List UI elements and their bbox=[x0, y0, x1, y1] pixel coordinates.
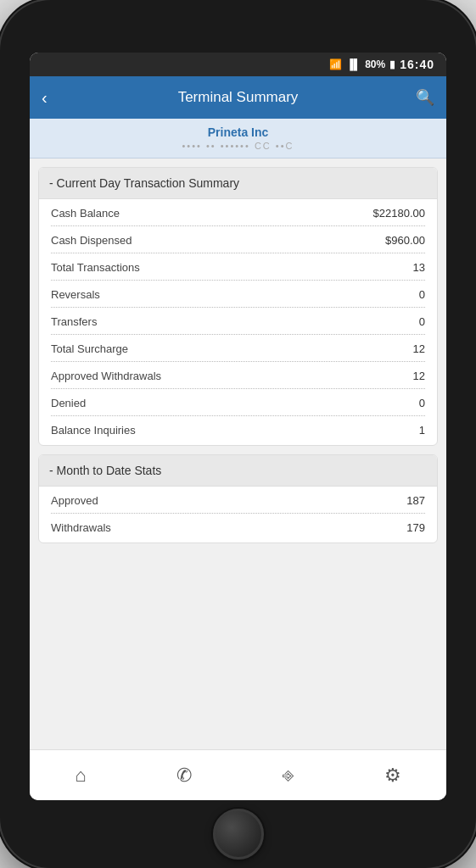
company-bar: Prineta Inc •••• •• •••••• CC ••C bbox=[30, 119, 446, 159]
battery-icon: ▮ bbox=[389, 58, 395, 70]
app-header: ‹ Terminal Summary 🔍 bbox=[30, 76, 446, 119]
phone-device: 📶 ▐▌ 80% ▮ 16:40 ‹ Terminal Summary 🔍 Pr… bbox=[0, 0, 476, 868]
nav-phone[interactable]: ✆ bbox=[160, 758, 209, 793]
nav-settings[interactable]: ⚙ bbox=[367, 758, 418, 793]
home-button[interactable] bbox=[213, 809, 264, 860]
phone-screen: 📶 ▐▌ 80% ▮ 16:40 ‹ Terminal Summary 🔍 Pr… bbox=[30, 53, 446, 800]
nav-logout[interactable]: ⎆ bbox=[266, 758, 311, 793]
month-to-date-header: - Month to Date Stats bbox=[39, 455, 437, 487]
row-withdrawals: Withdrawals 179 bbox=[39, 514, 437, 542]
row-denied: Denied 0 bbox=[39, 389, 437, 416]
wifi-icon: 📶 bbox=[329, 58, 342, 70]
home-icon: ⌂ bbox=[75, 765, 86, 787]
signal-icon: ▐▌ bbox=[346, 58, 361, 70]
row-approved: Approved 187 bbox=[39, 487, 437, 514]
clock: 16:40 bbox=[400, 58, 434, 71]
back-button[interactable]: ‹ bbox=[42, 88, 67, 108]
current-day-section: - Current Day Transaction Summary Cash B… bbox=[38, 167, 438, 446]
bottom-nav: ⌂ ✆ ⎆ ⚙ bbox=[30, 749, 446, 800]
phone-icon: ✆ bbox=[176, 765, 192, 787]
row-reversals: Reversals 0 bbox=[39, 281, 437, 308]
battery-level: 80% bbox=[365, 58, 385, 70]
row-approved-withdrawals: Approved Withdrawals 12 bbox=[39, 362, 437, 389]
row-cash-balance: Cash Balance $22180.00 bbox=[39, 199, 437, 226]
page-title: Terminal Summary bbox=[67, 89, 409, 106]
row-balance-inquiries: Balance Inquiries 1 bbox=[39, 416, 437, 445]
company-name: Prineta Inc bbox=[42, 125, 434, 139]
row-total-surcharge: Total Surcharge 12 bbox=[39, 335, 437, 362]
home-button-area bbox=[213, 800, 264, 868]
nav-home[interactable]: ⌂ bbox=[58, 758, 103, 793]
content-area[interactable]: - Current Day Transaction Summary Cash B… bbox=[30, 159, 446, 749]
status-right: 📶 ▐▌ 80% ▮ 16:40 bbox=[329, 58, 434, 71]
settings-icon: ⚙ bbox=[384, 765, 401, 787]
search-button[interactable]: 🔍 bbox=[409, 88, 434, 107]
row-transfers: Transfers 0 bbox=[39, 308, 437, 335]
month-to-date-section: - Month to Date Stats Approved 187 Withd… bbox=[38, 454, 438, 543]
status-bar: 📶 ▐▌ 80% ▮ 16:40 bbox=[30, 53, 446, 76]
current-day-header: - Current Day Transaction Summary bbox=[39, 168, 437, 199]
logout-icon: ⎆ bbox=[283, 765, 294, 787]
row-total-transactions: Total Transactions 13 bbox=[39, 253, 437, 281]
company-id: •••• •• •••••• CC ••C bbox=[42, 141, 434, 151]
row-cash-dispensed: Cash Dispensed $960.00 bbox=[39, 226, 437, 253]
